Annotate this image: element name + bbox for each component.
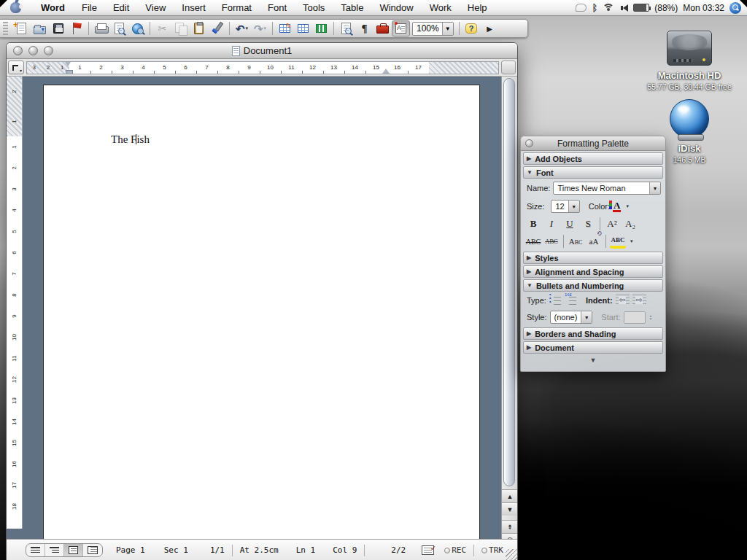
menu-tools[interactable]: Tools [295,1,333,15]
columns-button[interactable] [312,20,330,36]
menu-file[interactable]: File [74,1,105,15]
highlight-button[interactable]: ABC [610,234,626,249]
menu-help[interactable]: Help [460,1,495,15]
font-size-select[interactable]: 12 ▼ [551,200,579,213]
right-indent-marker[interactable] [382,65,390,74]
menu-work[interactable]: Work [422,1,460,15]
vertical-scrollbar[interactable]: ▲ ▼ ⇞ ⇟ [501,77,517,539]
dropdown-arrow-icon[interactable]: ▾ [630,238,633,244]
dropdown-arrow-icon[interactable]: ▾ [626,203,629,209]
indent-marker[interactable] [65,62,71,74]
flag-for-follow-up-button[interactable] [67,20,85,36]
menu-edit[interactable]: Edit [105,1,137,15]
insert-table-button[interactable]: ✎ [276,20,294,36]
save-button[interactable] [49,20,67,36]
desktop-icon-macintosh-hd[interactable]: Macintosh HD 55.77 GB, 30.44 GB free [642,31,737,91]
font-color-button[interactable]: A [613,201,621,212]
bullet-style-select[interactable]: (none) ▼ [550,311,593,324]
change-case-button[interactable]: aA [586,234,602,249]
scroll-up-arrow[interactable]: ▲ [502,489,517,502]
section-bullets-numbering[interactable]: ▼ Bullets and Numbering [523,279,663,292]
underline-button[interactable]: U [562,217,578,231]
bulleted-list-button[interactable] [549,295,562,306]
toolbar-separator [88,22,89,35]
double-strikethrough-button[interactable]: ABC [543,234,560,249]
document-canvas[interactable]: The Fish [23,77,501,539]
menu-table[interactable]: Table [333,1,371,15]
wifi-icon[interactable] [603,4,614,12]
show-paragraph-icon: ¶ [361,23,367,35]
ichat-status-icon[interactable] [576,4,587,12]
menu-window[interactable]: Window [371,1,421,15]
web-page-preview-button[interactable] [128,20,147,36]
menu-view[interactable]: View [137,1,174,15]
strikethrough-button[interactable]: ABC [525,234,541,249]
notebook-view-button[interactable] [83,544,102,556]
window-titlebar[interactable]: Document1 [7,43,517,59]
ruler-mark: 4 [133,62,154,74]
bold-button[interactable]: B [525,217,541,231]
increase-indent-button[interactable]: ⇨ [632,295,646,306]
macro-record-toggle[interactable]: REC [444,545,466,555]
menu-word[interactable]: Word [33,1,74,15]
page-layout-view-button[interactable] [64,544,83,556]
scrollbar-thumb[interactable] [503,78,515,486]
apple-menu-icon[interactable] [10,2,21,13]
show-paragraph-button[interactable]: ¶ [355,20,374,36]
font-name-select[interactable]: Times New Roman ▼ [553,182,661,195]
toolbar-buttons: +✂↶▾↷▾✎¶100%▼?▶ [12,20,499,36]
format-painter-button[interactable] [208,20,226,36]
small-caps-button[interactable]: Abc [568,234,584,249]
toolbar-grip[interactable] [3,22,8,35]
menu-format[interactable]: Format [214,1,260,15]
section-font[interactable]: ▼ Font [523,166,663,179]
spelling-status-icon[interactable] [422,545,434,555]
normal-view-button[interactable] [26,544,45,556]
palette-more-arrow[interactable]: ▼ [521,357,665,364]
section-add-objects[interactable]: ▶ Add Objects [523,152,663,165]
decrease-indent-button[interactable]: ⇦ [616,295,630,306]
menu-insert[interactable]: Insert [174,1,214,15]
superscript-button[interactable]: A² [604,217,620,231]
select-browse-object-button[interactable] [502,533,517,539]
volume-icon[interactable] [619,4,628,12]
paste-button[interactable] [190,20,208,36]
print-preview-button[interactable] [110,20,128,36]
standard-toolbar: +✂↶▾↷▾✎¶100%▼?▶ [0,19,528,38]
open-button[interactable] [31,20,49,36]
numbered-list-button[interactable] [565,295,577,306]
undo-button[interactable]: ↶▾ [233,20,251,36]
print-button[interactable] [92,20,110,36]
section-styles[interactable]: ▶ Styles [523,252,663,264]
battery-icon[interactable] [633,4,649,12]
section-document[interactable]: ▶ Document [523,341,663,354]
section-alignment-spacing[interactable]: ▶ Alignment and Spacing [523,265,663,278]
formatting-palette-button[interactable] [392,20,410,36]
bluetooth-icon[interactable]: ᛒ [592,2,597,13]
help-button[interactable]: ? [462,20,481,36]
overflow-button[interactable]: ▶ [481,20,499,36]
menu-clock[interactable]: Mon 03:32 [683,3,724,13]
previous-page-button[interactable]: ⇞ [502,520,517,533]
document-text[interactable]: The Fish [111,133,150,146]
spotlight-icon[interactable] [729,2,741,14]
shadow-button[interactable]: S [580,217,596,231]
palette-titlebar[interactable]: Formatting Palette [521,136,665,151]
track-changes-toggle[interactable]: TRK [481,545,503,555]
table-button[interactable] [294,20,312,36]
zoom-select[interactable]: 100%▼ [412,22,454,36]
new-document-button[interactable]: + [12,20,31,36]
tab-stop-selector[interactable]: ▾ [8,61,24,74]
subscript-button[interactable]: A₂ [622,217,638,231]
outline-view-button[interactable] [45,544,64,556]
navigator-button[interactable] [337,20,355,36]
ruler-mark: 5 [154,62,175,74]
menu-font[interactable]: Font [260,1,295,15]
toolbox-button[interactable] [374,20,392,36]
section-borders-shading[interactable]: ▶ Borders and Shading [523,327,663,340]
document-page[interactable]: The Fish [43,85,480,539]
font-size-row: Size: 12 ▼ Color: A ▾ [521,197,665,215]
window-resize-grip[interactable] [506,549,517,560]
italic-button[interactable]: I [543,217,560,231]
scroll-down-arrow[interactable]: ▼ [502,502,517,516]
